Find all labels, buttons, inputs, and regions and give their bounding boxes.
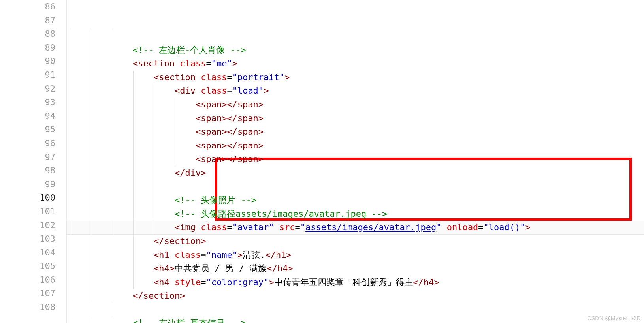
code-line-text: <img class="avatar" src="assets/images/a…: [67, 222, 531, 232]
line-number-gutter: 8687888990919293949596979899100101102103…: [0, 0, 66, 323]
line-number: 93: [0, 96, 55, 109]
line-number: 100: [0, 191, 55, 205]
line-number: 103: [0, 232, 55, 246]
line-number: 106: [0, 273, 55, 287]
line-number: 92: [0, 82, 55, 96]
line-number: 101: [0, 205, 55, 219]
code-line-text: </section>: [67, 236, 206, 246]
code-line[interactable]: <!-- 头像照片 -->: [67, 193, 644, 207]
line-number: 95: [0, 123, 55, 137]
code-line[interactable]: <span></span>: [67, 98, 644, 112]
code-line[interactable]: <img class="avatar" src="assets/images/a…: [67, 221, 644, 235]
line-number: 87: [0, 14, 55, 28]
code-line[interactable]: <span></span>: [67, 139, 644, 153]
line-number: 107: [0, 287, 55, 300]
line-number: 96: [0, 137, 55, 150]
code-line-text: <span></span>: [67, 141, 264, 150]
code-line[interactable]: <h1 class="name">清弦.</h1>: [67, 248, 644, 262]
code-line-text: <!-- 左边栏-个人肖像 -->: [67, 45, 246, 55]
line-number: 108: [0, 300, 55, 314]
code-line-text: </section>: [67, 291, 185, 300]
line-number: 86: [0, 0, 55, 14]
code-line[interactable]: <span></span>: [67, 112, 644, 126]
code-line[interactable]: <!-- 左边栏-基本信息 -->: [67, 316, 644, 323]
code-line-text: <h4 style="color:gray">中传青年五四奖章「科创新秀」得主<…: [67, 277, 439, 287]
code-line[interactable]: [67, 180, 644, 194]
code-line[interactable]: <section class="me">: [67, 57, 644, 71]
code-line[interactable]: <h4 style="color:gray">中传青年五四奖章「科创新秀」得主<…: [67, 276, 644, 289]
code-line-text: <section class="me">: [67, 58, 237, 68]
code-line-text: <div class="load">: [67, 86, 269, 96]
code-line-text: <section class="portrait">: [67, 72, 290, 82]
line-number: 88: [0, 27, 55, 41]
line-number: 90: [0, 54, 55, 68]
code-line-text: <!-- 头像照片 -->: [67, 195, 256, 205]
code-line[interactable]: <span></span>: [67, 152, 644, 166]
code-line[interactable]: </section>: [67, 235, 644, 248]
code-content-pane[interactable]: <!-- 左边栏-个人肖像 --> <section class="me"> <…: [66, 0, 644, 323]
line-number: 91: [0, 68, 55, 82]
line-number: 94: [0, 109, 55, 123]
code-line[interactable]: <!-- 头像路径assets/images/avatar.jpeg -->: [67, 207, 644, 221]
watermark-text: CSDN @Myster_KID: [587, 315, 641, 321]
code-line-text: <h1 class="name">清弦.</h1>: [67, 250, 292, 260]
code-line[interactable]: <!-- 左边栏-个人肖像 -->: [67, 43, 644, 57]
code-line-text: <span></span>: [67, 154, 264, 164]
code-line[interactable]: [67, 30, 644, 43]
code-editor[interactable]: 8687888990919293949596979899100101102103…: [0, 0, 644, 323]
line-number: 98: [0, 164, 55, 178]
code-line-text: <span></span>: [67, 127, 264, 137]
code-line[interactable]: <h4>中共党员 / 男 / 满族</h4>: [67, 262, 644, 276]
code-line[interactable]: </section>: [67, 289, 644, 303]
code-line-text: <span></span>: [67, 100, 264, 109]
line-number: 105: [0, 259, 55, 273]
code-line-text: <!-- 头像路径assets/images/avatar.jpeg -->: [67, 209, 387, 219]
line-number: 104: [0, 246, 55, 260]
code-line-text: <!-- 左边栏-基本信息 -->: [67, 318, 246, 323]
line-number: 97: [0, 150, 55, 164]
code-line[interactable]: <span></span>: [67, 125, 644, 139]
code-line-text: [67, 31, 133, 41]
code-line[interactable]: <div class="load">: [67, 84, 644, 98]
code-line-text: </div>: [67, 168, 206, 178]
line-number: 102: [0, 219, 55, 233]
line-number: 89: [0, 41, 55, 55]
code-line[interactable]: </div>: [67, 166, 644, 180]
code-line-text: [67, 182, 175, 192]
code-line-text: <h4>中共党员 / 男 / 满族</h4>: [67, 263, 293, 273]
code-line-text: <span></span>: [67, 113, 264, 123]
code-line[interactable]: [67, 303, 644, 317]
code-line-text: [67, 304, 133, 314]
code-line[interactable]: <section class="portrait">: [67, 71, 644, 85]
line-number: 99: [0, 178, 55, 192]
